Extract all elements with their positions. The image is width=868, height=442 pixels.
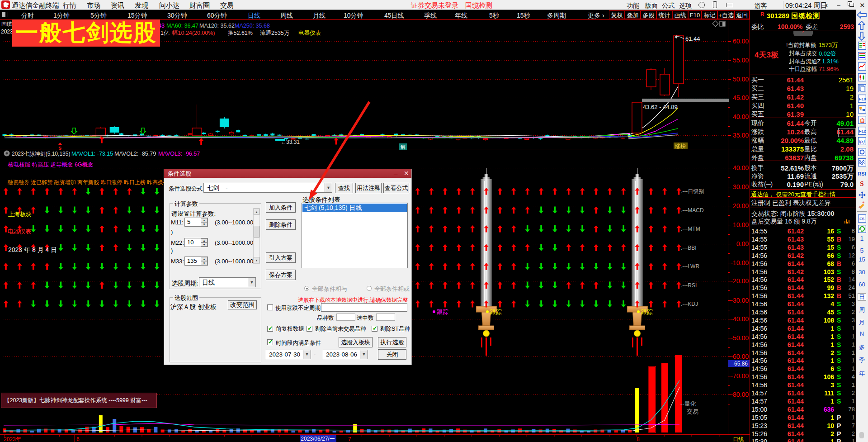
svg-text:国缆: 国缆 (1, 21, 12, 27)
svg-text:-60.00: -60.00 (731, 353, 749, 360)
svg-text:电器仪表: 电器仪表 (8, 228, 31, 235)
svg-text:2023年: 2023年 (4, 436, 21, 442)
svg-text:MAVOL2: -85.79: MAVOL2: -85.79 (114, 151, 156, 157)
svg-text:7: 7 (348, 436, 351, 442)
svg-text:2023七脉神剑(5,10,135): 2023七脉神剑(5,10,135) (12, 151, 70, 157)
svg-text:解: 解 (401, 144, 406, 150)
svg-text:核电核能 特高压 超导概念 6G概念: 核电核能 特高压 超导概念 6G概念 (8, 162, 94, 168)
svg-text:日线: 日线 (733, 436, 744, 442)
svg-text:40.00: 40.00 (733, 164, 749, 171)
svg-text:F10: F10 (859, 97, 866, 101)
svg-text:-50.00: -50.00 (731, 334, 749, 342)
svg-text:8: 8 (637, 436, 640, 442)
svg-text:--量化: --量化 (680, 400, 696, 407)
svg-text:50.00: 50.00 (733, 76, 749, 83)
svg-text:45.00: 45.00 (733, 94, 749, 101)
svg-text:.---MTM: .---MTM (681, 226, 700, 232)
svg-text:1亿: 1亿 (160, 30, 170, 36)
svg-text:30.00: 30.00 (733, 183, 749, 190)
svg-text:-80.00: -80.00 (731, 391, 749, 398)
svg-text:.---MACD: .---MACD (681, 207, 704, 214)
svg-text:43.62 - 44.89: 43.62 - 44.89 (643, 104, 678, 110)
svg-text:-10.00: -10.00 (731, 259, 749, 266)
svg-text:幅10.24(20.00%): 幅10.24(20.00%) (172, 30, 215, 36)
svg-text:换52.61%: 换52.61% (228, 30, 253, 36)
svg-text:s: s (58, 144, 61, 151)
svg-text:跟踪: 跟踪 (641, 309, 653, 315)
svg-text:-70.00: -70.00 (731, 372, 749, 380)
svg-text:-65.86: -65.86 (732, 361, 748, 367)
svg-text:MA120: 35.62: MA120: 35.62 (199, 23, 235, 29)
svg-text:MA60: 36.47: MA60: 36.47 (166, 23, 198, 29)
svg-text:2023 年 8 月 4 日: 2023 年 8 月 4 日 (8, 246, 57, 253)
svg-text:.---KDJ: .---KDJ (681, 301, 698, 307)
svg-text:涨榜: 涨榜 (675, 143, 686, 149)
svg-text:上海板块: 上海板块 (8, 211, 32, 218)
svg-text:MAVOL1: -73.15: MAVOL1: -73.15 (71, 151, 113, 157)
svg-text:2023: 2023 (1, 29, 13, 35)
svg-text:f(x): f(x) (859, 139, 865, 144)
svg-text:←33.31: ←33.31 (281, 139, 300, 145)
svg-text:MAVOL3: -96.57: MAVOL3: -96.57 (158, 151, 200, 157)
svg-text:跟踪: 跟踪 (437, 309, 448, 315)
svg-text:F5: F5 (859, 216, 865, 221)
svg-text:电器仪表: 电器仪表 (298, 30, 321, 36)
svg-text:融资融券 近已解禁 融资增加 两年新股 昨日涨停 昨日上榜: 融资融券 近已解禁 融资增加 两年新股 昨日涨停 昨日上榜 昨高换手 (8, 179, 169, 185)
svg-text:-30.00: -30.00 (731, 297, 749, 304)
svg-text:61.44: 61.44 (685, 35, 700, 42)
svg-text:跟踪: 跟踪 (490, 309, 502, 315)
svg-text:0.00: 0.00 (736, 240, 749, 247)
svg-text:35.00: 35.00 (733, 132, 749, 139)
svg-text:6: 6 (76, 436, 80, 442)
svg-text:60.00: 60.00 (733, 38, 749, 45)
svg-text:流通2535万: 流通2535万 (260, 30, 289, 36)
svg-text:.---日级别: .---日级别 (681, 188, 704, 195)
svg-text:20.00: 20.00 (733, 202, 749, 209)
svg-text:.---LWR: .---LWR (681, 263, 699, 270)
svg-text:MA250: 35.68: MA250: 35.68 (235, 23, 270, 29)
svg-text:.---BBI: .---BBI (681, 245, 697, 251)
svg-text:自: 自 (860, 118, 865, 123)
svg-text:2023/06/27/一: 2023/06/27/一 (301, 436, 335, 442)
svg-text:-20.00: -20.00 (731, 277, 749, 285)
svg-text:-40.00: -40.00 (731, 315, 749, 323)
svg-text:.---RSI: .---RSI (681, 282, 697, 289)
svg-text:10.00: 10.00 (733, 221, 749, 228)
svg-text:55.00: 55.00 (733, 57, 749, 64)
svg-text:40.00: 40.00 (733, 113, 749, 120)
svg-text:F12: F12 (859, 129, 866, 133)
svg-text:交易: 交易 (687, 408, 698, 415)
